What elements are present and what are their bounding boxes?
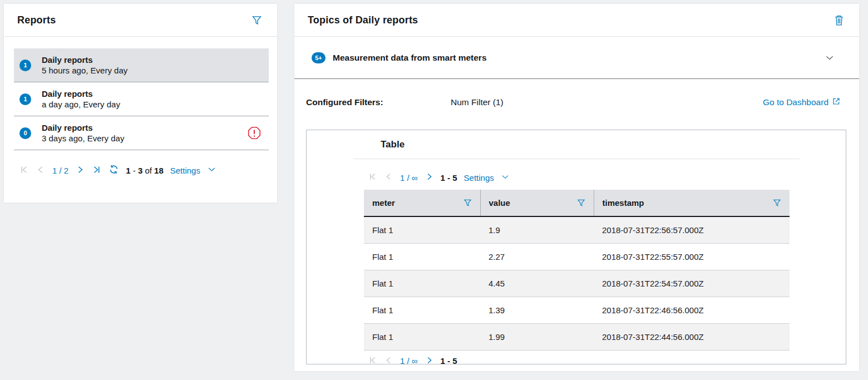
next-page-button[interactable]	[425, 172, 434, 183]
cell-value: 4.45	[480, 270, 594, 297]
topic-accordion-row[interactable]: 5+ Measurement data from smart meters	[294, 37, 859, 79]
reports-pagination: 1 / 2 1 - 3 of 18 Settings	[19, 164, 277, 176]
cell-meter: Flat 1	[364, 323, 480, 350]
table-row: Flat 14.452018-07-31T22:54:57.000Z	[364, 270, 790, 297]
prev-page-icon	[384, 356, 393, 365]
report-item-subtitle: 5 hours ago, Every day	[42, 66, 127, 75]
cell-value: 2.27	[480, 243, 594, 270]
go-to-dashboard-label: Go to Dashboard	[763, 97, 828, 107]
cell-timestamp: 2018-07-31T22:54:57.000Z	[594, 270, 790, 297]
first-page-button[interactable]	[368, 172, 377, 183]
settings-chevron-button[interactable]	[207, 165, 216, 176]
last-page-icon	[92, 165, 102, 176]
trash-icon	[834, 14, 845, 26]
page-range-label: 1 - 5	[441, 173, 457, 182]
table-row: Flat 11.992018-07-31T22:44:56.000Z	[364, 323, 790, 350]
table-row: Flat 12.272018-07-31T22:55:57.000Z	[364, 243, 790, 270]
cell-timestamp: 2018-07-31T22:44:56.000Z	[594, 323, 790, 350]
next-page-button[interactable]	[425, 356, 434, 365]
reports-filter-button[interactable]	[251, 14, 263, 26]
topics-panel: Topics of Daily reports 5+ Measurement d…	[294, 4, 859, 371]
table-row: Flat 11.392018-07-31T22:46:56.000Z	[364, 297, 790, 323]
column-header-value: value	[480, 190, 594, 216]
cell-meter: Flat 1	[364, 270, 480, 297]
report-count-badge: 1	[19, 93, 31, 105]
report-item-text: Daily reports 5 hours ago, Every day	[42, 55, 127, 75]
prev-page-icon	[36, 165, 46, 176]
delete-report-button[interactable]	[834, 14, 845, 26]
column-label: timestamp	[603, 198, 644, 208]
prev-page-button[interactable]	[36, 165, 46, 176]
cell-value: 1.99	[480, 323, 594, 350]
column-filter-button[interactable]	[772, 198, 782, 208]
table-header-row: meter value timestamp	[364, 190, 790, 216]
page-range-label: 1 - 3 of 18	[126, 166, 164, 175]
cell-meter: Flat 1	[364, 297, 480, 323]
table-widget-card: Table 1 / ∞ 1 - 5 Settings meter value t…	[306, 130, 846, 364]
card-divider	[353, 159, 800, 159]
first-page-button[interactable]	[19, 165, 29, 176]
funnel-icon	[251, 14, 263, 26]
topic-expand-button[interactable]	[825, 53, 835, 63]
first-page-button[interactable]	[368, 356, 377, 365]
funnel-icon	[772, 198, 782, 208]
funnel-icon	[576, 198, 586, 208]
cell-meter: Flat 1	[364, 243, 480, 270]
page-indicator[interactable]: 1 / ∞	[400, 356, 418, 364]
error-octagon-icon	[247, 126, 262, 140]
cell-timestamp: 2018-07-31T22:46:56.000Z	[594, 297, 790, 323]
configured-filters-label: Configured Filters:	[306, 97, 451, 107]
reports-settings-link[interactable]: Settings	[170, 166, 200, 175]
measurement-table: meter value timestamp Flat 11.92018-07-3…	[364, 190, 790, 351]
first-page-icon	[368, 172, 377, 183]
report-item-subtitle: a day ago, Every day	[42, 100, 120, 109]
column-filter-button[interactable]	[576, 198, 586, 208]
topic-count-badge: 5+	[312, 52, 326, 63]
settings-chevron-button[interactable]	[501, 172, 510, 183]
table-widget-title: Table	[381, 139, 846, 150]
report-list-item[interactable]: 0 Daily reports 3 days ago, Every day	[14, 116, 269, 150]
report-item-title: Daily reports	[42, 123, 124, 132]
report-item-title: Daily reports	[42, 55, 127, 65]
last-page-button[interactable]	[92, 165, 102, 176]
report-item-subtitle: 3 days ago, Every day	[42, 134, 124, 143]
report-item-title: Daily reports	[42, 89, 120, 98]
topics-panel-header: Topics of Daily reports	[294, 4, 859, 37]
page-range-label: 1 - 5	[441, 356, 457, 364]
first-page-icon	[368, 356, 377, 365]
column-label: value	[489, 198, 510, 208]
prev-page-button[interactable]	[384, 356, 393, 365]
report-item-text: Daily reports 3 days ago, Every day	[42, 123, 124, 143]
report-list-item[interactable]: 1 Daily reports 5 hours ago, Every day	[14, 48, 269, 82]
next-page-icon	[75, 165, 85, 176]
reports-panel-header: Reports	[4, 4, 277, 37]
next-page-button[interactable]	[75, 165, 85, 176]
funnel-icon	[463, 198, 472, 208]
chevron-down-icon	[207, 165, 216, 176]
external-link-icon	[832, 97, 841, 108]
report-item-text: Daily reports a day ago, Every day	[42, 89, 120, 109]
refresh-icon	[108, 164, 119, 176]
cell-timestamp: 2018-07-31T22:55:57.000Z	[594, 243, 790, 270]
page-indicator[interactable]: 1 / ∞	[400, 173, 418, 182]
reports-panel: Reports 1 Daily reports 5 hours ago, Eve…	[4, 4, 277, 203]
column-filter-button[interactable]	[463, 198, 472, 208]
cell-value: 1.39	[480, 297, 594, 323]
table-pagination-top: 1 / ∞ 1 - 5 Settings	[368, 172, 846, 183]
refresh-button[interactable]	[108, 164, 119, 176]
column-label: meter	[372, 198, 395, 208]
configured-filters-row: Configured Filters: Num Filter (1) Go to…	[294, 79, 859, 125]
cell-meter: Flat 1	[364, 216, 480, 243]
report-count-badge: 1	[19, 60, 31, 71]
next-page-icon	[425, 356, 434, 365]
report-list-item[interactable]: 1 Daily reports a day ago, Every day	[14, 82, 269, 116]
prev-page-icon	[384, 172, 393, 183]
table-pagination-bottom: 1 / ∞ 1 - 5	[368, 356, 846, 365]
table-settings-link[interactable]: Settings	[464, 173, 494, 182]
prev-page-button[interactable]	[384, 172, 393, 183]
report-list: 1 Daily reports 5 hours ago, Every day 1…	[14, 48, 269, 150]
page-indicator[interactable]: 1 / 2	[52, 166, 68, 175]
configured-filters-value: Num Filter (1)	[451, 97, 504, 107]
first-page-icon	[19, 165, 29, 176]
go-to-dashboard-link[interactable]: Go to Dashboard	[763, 97, 841, 108]
